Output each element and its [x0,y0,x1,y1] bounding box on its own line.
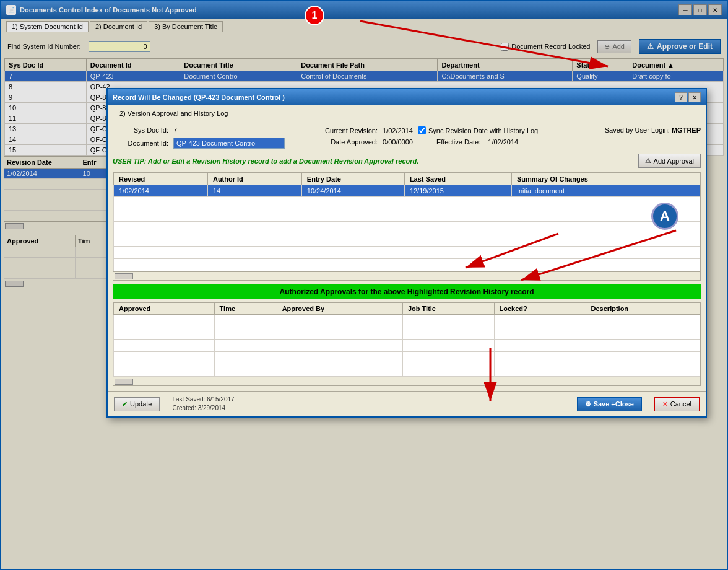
modal-header-row: Sys Doc Id: 7 Document Id: Current Revis… [113,126,701,149]
date-approved-value: 0/00/0000 [383,138,413,146]
rev-table-container: Revised Author Id Entry Date Last Saved … [113,172,701,281]
date-approved-row: Date Approved: 0/00/0000 Effective Date:… [310,138,538,146]
modal-tabs: 2) Version Approval and History Log [108,105,706,121]
cancel-icon: ✕ [662,400,668,408]
ap-col-description: Description [586,303,700,315]
sync-checkbox[interactable] [418,126,426,134]
ap-col-job-title: Job Title [402,303,494,315]
approval-scroll-thumb[interactable] [115,379,133,385]
approval-row[interactable] [114,315,700,327]
modal-title: Record Will Be Changed (QP-423 Document … [113,94,285,101]
ap-col-time: Time [214,303,277,315]
modal-overlay: Record Will Be Changed (QP-423 Document … [1,1,727,569]
rev-col-entry-date: Entry Date [301,173,404,185]
saved-by-section: Saved by User Login: MGTREP [605,126,701,134]
rev-history-row[interactable] [114,197,700,209]
modal-close-button[interactable]: ✕ [688,92,701,102]
rev-col-summary: Summary Of Changes [511,173,700,185]
save-close-icon: ⚙ [585,400,591,408]
rev-cell-last-saved: 12/19/2015 [404,185,511,197]
annotation-circle-1: 1 [305,6,324,25]
annotation-circle-a: A [651,203,678,230]
rev-history-row[interactable] [114,222,700,234]
rev-history-row[interactable] [114,247,700,259]
date-approved-label: Date Approved: [310,138,378,146]
add-approval-icon: ⚠ [645,157,651,165]
created-value: 3/29/2014 [198,405,226,411]
rev-col-revised: Revised [114,173,208,185]
approval-table-container: Approved Time Approved By Job Title Lock… [113,302,701,386]
sys-doc-id-value: 7 [173,126,177,134]
current-revision-row: Current Revision: 1/02/2014 Sync Revisio… [310,126,538,134]
rev-cell-entry: 10/24/2014 [301,185,404,197]
last-saved-value: 6/15/2017 [207,396,235,403]
save-close-label: Save +Close [594,400,634,408]
effective-date-value: 1/02/2014 [488,138,518,146]
approval-table: Approved Time Approved By Job Title Lock… [113,302,700,377]
add-approval-button[interactable]: ⚠ Add Approval [638,154,701,168]
rev-cell-summary: Initial document [511,185,700,197]
approval-row[interactable] [114,327,700,340]
approval-row[interactable] [114,364,700,377]
footer-dates: Last Saved: 6/15/2017 Created: 3/29/2014 [172,395,234,413]
approval-row[interactable] [114,352,700,364]
ap-col-locked: Locked? [494,303,586,315]
modal-dialog: Record Will Be Changed (QP-423 Document … [106,88,707,418]
document-id-label: Document Id: [113,139,168,147]
rev-cell-revised: 1/02/2014 [114,185,208,197]
document-id-row: Document Id: [113,138,285,149]
modal-title-bar: Record Will Be Changed (QP-423 Document … [108,89,706,105]
current-revision-value: 1/02/2014 [383,127,413,134]
field-group-right: Current Revision: 1/02/2014 Sync Revisio… [310,126,538,149]
current-revision-label: Current Revision: [310,127,378,134]
tip-row: USER TIP: Add or Edit a Revision History… [113,154,701,169]
rev-history-row[interactable] [114,259,700,271]
rev-table-scrollbar[interactable] [113,271,700,280]
cancel-button[interactable]: ✕ Cancel [654,397,700,411]
rev-history-row[interactable]: 1/02/2014 14 10/24/2014 12/19/2015 Initi… [114,185,700,197]
save-close-button[interactable]: ⚙ Save +Close [577,397,642,411]
modal-controls: ? ✕ [675,92,701,102]
update-button[interactable]: ✔ Update [114,397,160,411]
effective-date-label: Effective Date: [436,138,480,146]
green-banner: Authorized Approvals for the above Highl… [113,284,701,299]
ap-col-approved: Approved [114,303,215,315]
rev-cell-author: 14 [207,185,301,197]
sync-checkbox-label: Sync Revision Date with History Log [418,126,538,134]
approval-row[interactable] [114,340,700,352]
add-approval-label: Add Approval [654,157,694,165]
saved-by-user: MGTREP [672,126,701,134]
rev-col-author: Author Id [207,173,301,185]
modal-fields-left: Sys Doc Id: 7 Document Id: Current Revis… [113,126,538,149]
modal-footer: ✔ Update Last Saved: 6/15/2017 Created: … [108,391,706,416]
rev-scroll-thumb[interactable] [115,273,133,279]
sys-doc-id-label: Sys Doc Id: [113,126,168,134]
modal-help-button[interactable]: ? [675,92,687,102]
sync-label: Sync Revision Date with History Log [428,127,538,134]
ap-col-approved-by: Approved By [277,303,402,315]
field-group-left: Sys Doc Id: 7 Document Id: [113,126,285,149]
modal-tab-version[interactable]: 2) Version Approval and History Log [113,108,235,118]
modal-body: Sys Doc Id: 7 Document Id: Current Revis… [108,121,706,391]
created-label: Created: [172,405,196,411]
rev-history-table: Revised Author Id Entry Date Last Saved … [113,173,700,271]
update-check-icon: ✔ [122,400,128,408]
approval-scrollbar[interactable] [113,377,700,385]
document-id-input[interactable] [173,138,285,149]
last-saved-label: Last Saved: [172,396,205,403]
saved-by-label: Saved by User Login: [605,126,670,134]
rev-history-row[interactable] [114,209,700,222]
cancel-label: Cancel [670,400,691,408]
user-tip: USER TIP: Add or Edit a Revision History… [113,157,418,165]
sys-doc-id-row: Sys Doc Id: 7 [113,126,285,134]
main-window: 📄 Documents Control Index of Documents N… [0,0,728,570]
update-label: Update [130,400,152,408]
rev-col-last-saved: Last Saved [404,173,511,185]
rev-history-row[interactable] [114,234,700,247]
